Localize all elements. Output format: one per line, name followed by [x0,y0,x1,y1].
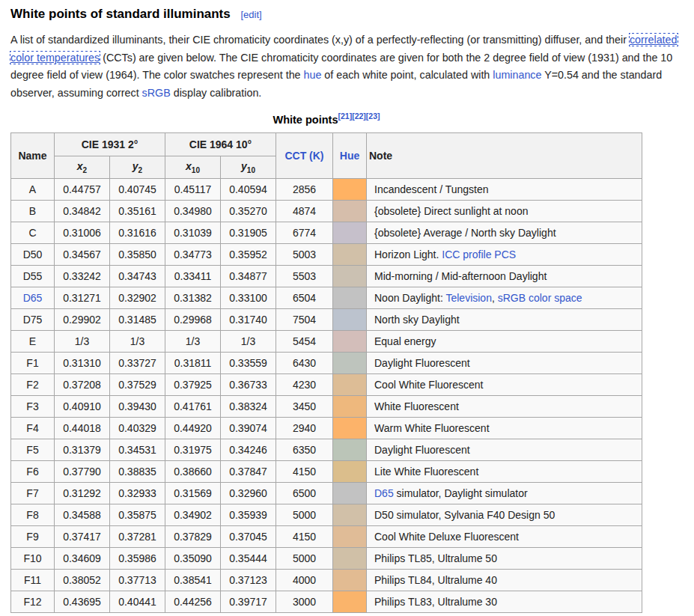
table-row: F120.436950.404410.442560.397173000Phili… [11,591,642,612]
note-link[interactable]: ICC profile PCS [442,248,516,260]
y10-cell: 0.33100 [221,287,276,308]
x10-cell: 0.31039 [165,222,221,243]
caption-ref-link[interactable]: [22] [352,112,366,121]
edit-link[interactable]: [edit] [240,9,261,20]
hue-swatch [333,460,367,482]
x2-cell: 0.44757 [55,178,110,200]
table-row: D650.312710.329020.313820.331006504Noon … [11,287,642,308]
x10-cell: 0.31975 [165,439,221,460]
intro-text: A list of standardized illuminants, thei… [10,34,630,46]
intro-text: display calibration. [171,87,262,99]
x10-cell: 0.38660 [165,460,221,482]
cct-cell: 4000 [276,569,333,591]
name-cell: F9 [11,525,55,547]
hue-swatch [333,569,367,591]
caption-ref-link[interactable]: [23] [366,112,380,121]
name-cell: F2 [11,373,55,395]
note-link[interactable]: Television [445,292,491,304]
x2-cell: 0.37790 [55,460,110,482]
y2-cell: 0.32902 [110,287,165,308]
x2-cell: 0.34567 [55,243,110,265]
note-link[interactable]: sRGB color space [498,292,582,304]
y10-cell: 0.35952 [221,243,276,265]
col-header-x10: x10 [165,156,221,179]
name-cell: C [11,222,55,243]
table-row: A0.447570.407450.451170.405942856Incande… [11,178,642,200]
note-text: Cool White Fluorescent [374,379,484,391]
cct-cell: 3450 [276,395,333,417]
header-row-1: Name CIE 1931 2° CIE 1964 10° CCT (K) Hu… [11,133,642,156]
note-link[interactable]: D65 [374,487,394,499]
table-body: A0.447570.407450.451170.405942856Incande… [11,178,642,612]
cct-link[interactable]: CCT (K) [284,150,323,162]
x10-cell: 0.31569 [165,482,221,504]
y2-cell: 0.35161 [110,200,165,222]
note-text: Philips TL83, Ultralume 30 [374,596,497,608]
x2-cell: 0.34609 [55,547,110,569]
note-cell: North sky Daylight [367,308,642,330]
name-cell: F6 [11,460,55,482]
intro-text: of each white point, calculated with [321,69,493,81]
name-cell: F4 [11,417,55,439]
note-cell: Philips TL84, Ultralume 40 [367,569,642,591]
table-row: F50.313790.345310.319750.342466350Daylig… [11,439,642,460]
y10-cell: 0.31905 [221,222,276,243]
note-text: simulator, Daylight simulator [394,487,528,499]
name-cell: A [11,178,55,200]
y10-cell: 0.36733 [221,373,276,395]
x10-cell: 0.31382 [165,287,221,308]
note-text: {obsolete} Direct sunlight at noon [374,205,528,217]
hue-swatch [333,439,367,460]
hue-swatch [333,287,367,308]
note-cell: {obsolete} Average / North sky Daylight [367,222,642,243]
note-cell: Noon Daylight: Television, sRGB color sp… [367,287,642,308]
name-cell: F8 [11,504,55,525]
y10-cell: 0.35444 [221,547,276,569]
table-row: B0.348420.351610.349800.352704874{obsole… [11,200,642,222]
caption-ref-link[interactable]: [21] [338,112,352,121]
hue-link[interactable]: Hue [340,150,359,162]
col-header-hue: Hue [333,133,367,179]
col-header-note: Note [367,133,642,179]
x10-cell: 1/3 [165,330,221,352]
hue-swatch [333,200,367,222]
x2-cell: 0.34588 [55,504,110,525]
name-link[interactable]: D65 [23,292,43,304]
x2-cell: 0.37208 [55,373,110,395]
name-cell: F11 [11,569,55,591]
intro-link[interactable]: luminance [493,69,541,81]
note-cell: Lite White Fluorescent [367,460,642,482]
x2-cell: 0.38052 [55,569,110,591]
intro-link[interactable]: sRGB [142,87,171,99]
note-cell: Mid-morning / Mid-afternoon Daylight [367,265,642,287]
table-row: D750.299020.314850.299680.317407504North… [11,308,642,330]
cct-cell: 6350 [276,439,333,460]
y2-cell: 0.34743 [110,265,165,287]
y2-cell: 0.35850 [110,243,165,265]
y2-cell: 0.40745 [110,178,165,200]
name-cell: B [11,200,55,222]
table-row: D500.345670.358500.347730.359525003Horiz… [11,243,642,265]
x10-cell: 0.34980 [165,200,221,222]
x2-cell: 0.31379 [55,439,110,460]
cct-cell: 2940 [276,417,333,439]
cct-cell: 4230 [276,373,333,395]
table-caption: White points[21][22][23] [10,114,642,132]
x10-cell: 0.34902 [165,504,221,525]
note-cell: Equal energy [367,330,642,352]
y10-cell: 0.33559 [221,352,276,373]
cct-cell: 5503 [276,265,333,287]
cct-cell: 5003 [276,243,333,265]
x10-cell: 0.38541 [165,569,221,591]
y2-cell: 0.37713 [110,569,165,591]
table-row: F80.345880.358750.349020.359395000D50 si… [11,504,642,525]
table-row: F40.440180.403290.449200.390742940Warm W… [11,417,642,439]
caption-title: White points [273,114,338,126]
x10-cell: 0.37925 [165,373,221,395]
intro-link[interactable]: hue [304,69,322,81]
hue-swatch [333,395,367,417]
y10-cell: 0.31740 [221,308,276,330]
note-text: Noon Daylight: [374,292,445,304]
note-cell: Philips TL83, Ultralume 30 [367,591,642,612]
y10-cell: 0.37123 [221,569,276,591]
